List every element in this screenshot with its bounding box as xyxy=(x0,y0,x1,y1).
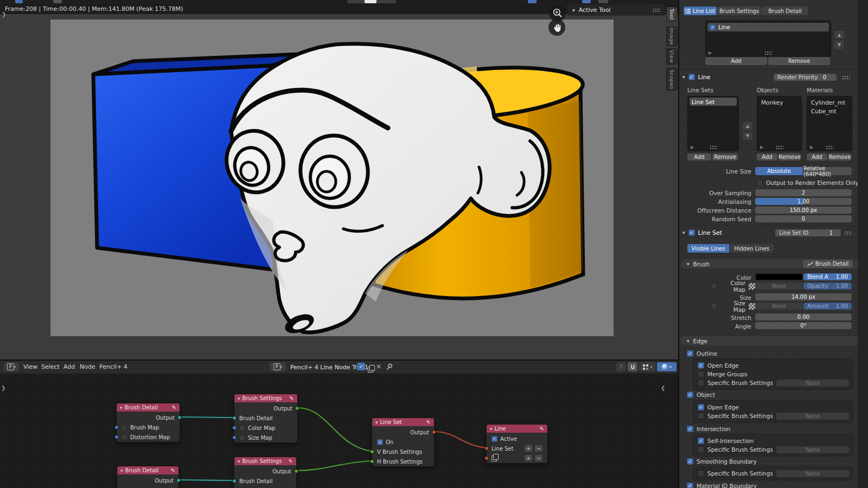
angle-field[interactable]: 0° xyxy=(755,322,852,329)
checkbox-checked[interactable]: ✓ xyxy=(687,483,693,488)
snap-node-button[interactable]: ▾ xyxy=(639,362,655,371)
region-expand-arrow[interactable]: ❯ xyxy=(1,385,5,391)
remove-socket-button[interactable]: − xyxy=(535,445,542,452)
output-socket[interactable] xyxy=(295,406,299,410)
pencil-icon[interactable]: ✎ xyxy=(426,419,431,425)
line-sets-add-button[interactable]: Add xyxy=(687,153,711,160)
materials-remove-button[interactable]: Remove xyxy=(828,153,851,160)
specific-brush-row[interactable]: Specific Brush Settings xyxy=(698,412,773,420)
add-socket-button[interactable]: + xyxy=(525,455,532,461)
filter-expand-icon[interactable]: ▶ xyxy=(691,145,694,150)
input-socket[interactable] xyxy=(232,416,237,420)
specific-brush-row[interactable]: Specific Brush Settings xyxy=(698,446,773,453)
add-socket-button[interactable]: + xyxy=(525,445,532,452)
tab-brush-settings[interactable]: Brush Settings xyxy=(717,7,761,15)
panel-grip-icon[interactable] xyxy=(844,231,852,235)
objects-add-button[interactable]: Add xyxy=(757,153,777,160)
remove-socket-button[interactable]: − xyxy=(535,455,542,461)
socket-row-distortion-map[interactable]: Distortion Map xyxy=(117,432,180,442)
output-socket[interactable] xyxy=(176,478,181,483)
checkbox[interactable] xyxy=(756,179,763,186)
sidebar-tab-scopes[interactable]: Scopes xyxy=(666,68,678,91)
list-item-label[interactable]: Monkey xyxy=(761,99,783,106)
collapse-icon[interactable]: ▾ xyxy=(238,459,240,464)
collapse-icon[interactable]: ▾ xyxy=(238,396,240,401)
checkbox[interactable] xyxy=(122,425,127,431)
move-down-button[interactable]: ▼ xyxy=(743,132,752,140)
socket-row-brush-map[interactable]: Brush Map xyxy=(117,485,178,488)
input-socket[interactable] xyxy=(232,435,237,440)
socket-row-brush-detail[interactable]: Brush Detail xyxy=(234,413,297,423)
node-header[interactable]: ▾ Line Set ✎ xyxy=(372,418,434,426)
materials-add-button[interactable]: Add xyxy=(807,153,827,160)
node-header[interactable]: ▾ Brush Settings ✎ xyxy=(234,457,296,465)
color-map-opacity-slider[interactable]: Opacity1.00 xyxy=(803,282,852,290)
merge-groups-row[interactable]: Merge Groups xyxy=(698,370,748,378)
specific-brush-none-field[interactable]: None xyxy=(776,470,849,477)
socket-row-v-brush[interactable]: V Brush Settings xyxy=(372,447,434,457)
outline-toggle-row[interactable]: ✓ Outline xyxy=(687,350,717,357)
collapse-icon[interactable]: ▾ xyxy=(490,426,493,432)
tab-line-list[interactable]: Line List xyxy=(684,7,717,15)
color-swatch[interactable] xyxy=(755,273,803,280)
node-header[interactable]: ▾ Line ✎ xyxy=(487,425,547,433)
line-list-item-selected[interactable]: ✓ Line xyxy=(707,23,829,31)
pin-icon[interactable] xyxy=(386,363,393,371)
open-edge-row[interactable]: ✓ Open Edge xyxy=(698,403,739,411)
socket-row-h-brush[interactable]: H Brush Settings xyxy=(372,457,434,466)
resize-grip-icon[interactable] xyxy=(764,51,772,55)
resize-grip-icon[interactable] xyxy=(710,145,717,149)
menu-pencil4[interactable]: Pencil+ 4 xyxy=(99,363,127,370)
checkbox[interactable] xyxy=(122,434,127,440)
move-up-button[interactable]: ▲ xyxy=(743,122,752,130)
editor-type-button[interactable]: P ▾ xyxy=(4,362,19,371)
self-intersection-row[interactable]: ✓ Self-Intersection xyxy=(698,437,754,445)
filter-expand-icon[interactable]: ▶ xyxy=(760,145,763,150)
size-map-none-field[interactable]: None xyxy=(755,303,803,310)
node-canvas[interactable]: ❯ ❮ ▾ Brush Detail ✎ Output Brush Map xyxy=(0,374,678,488)
specific-brush-none-field[interactable]: None xyxy=(776,413,849,420)
checkbox-checked[interactable]: ✓ xyxy=(710,24,716,30)
pan-tool-button[interactable] xyxy=(548,19,565,36)
line-size-relative-toggle[interactable]: Relative (640*480) xyxy=(803,167,852,175)
checkbox-checked[interactable]: ✓ xyxy=(687,426,693,432)
filter-expand-icon[interactable]: ▶ xyxy=(709,50,712,55)
render-priority-field[interactable]: Render Priority 0 xyxy=(774,74,837,81)
output-socket[interactable] xyxy=(177,415,182,420)
open-edge-row[interactable]: ✓ Open Edge xyxy=(698,362,739,369)
color-map-toggle-row[interactable]: Color Map xyxy=(711,282,755,290)
input-socket[interactable] xyxy=(232,479,237,483)
node-header[interactable]: ▾ Brush Detail ✎ xyxy=(117,403,180,412)
offscreen-distance-field[interactable]: 150.00 px xyxy=(755,207,852,214)
node-brush-settings-1[interactable]: ▾ Brush Settings ✎ Output Brush Detail C… xyxy=(234,394,298,443)
filter-expand-icon[interactable]: ▶ xyxy=(810,145,813,150)
socket-row-brush-detail[interactable]: Brush Detail xyxy=(234,476,296,486)
move-up-button[interactable]: ▲ xyxy=(834,31,844,39)
line-remove-button[interactable]: Remove xyxy=(768,57,830,65)
checkbox[interactable] xyxy=(711,303,717,310)
active-tool-panel-header[interactable]: ▾ Active Tool xyxy=(567,4,665,16)
brush-detail-button[interactable]: Brush Detail xyxy=(803,260,853,268)
antialiasing-slider[interactable]: 1.00 xyxy=(755,198,852,205)
socket-row-brush-map[interactable]: Brush Map xyxy=(117,422,180,432)
list-item-label[interactable]: Cube_mt xyxy=(811,108,837,114)
region-expand-arrow[interactable]: ❯ xyxy=(2,11,6,17)
stretch-field[interactable]: 0.00 xyxy=(755,313,852,320)
materials-list-box[interactable]: Cylinder_mt Cube_mt ▶ xyxy=(807,96,852,151)
fake-user-shield-icon[interactable]: ✓ xyxy=(357,363,365,370)
menu-add[interactable]: Add xyxy=(63,363,75,370)
node-brush-detail-1[interactable]: ▾ Brush Detail ✎ Output Brush Map Distor… xyxy=(116,403,180,442)
specific-brush-none-field[interactable]: None xyxy=(776,446,849,453)
checkbox-checked[interactable]: ✓ xyxy=(698,404,704,410)
move-down-button[interactable]: ▼ xyxy=(834,41,844,49)
panel-grip-icon[interactable] xyxy=(653,8,660,12)
node-line-set[interactable]: ▾ Line Set ✎ Output ✓ On V Brush Setting… xyxy=(372,418,435,467)
unlink-icon[interactable]: × xyxy=(376,363,381,370)
input-socket[interactable] xyxy=(484,456,489,460)
material-id-boundary-toggle-row[interactable]: ✓ Material ID Boundary xyxy=(687,482,757,488)
socket-row-color-map[interactable]: Color Map xyxy=(234,486,296,488)
node-line[interactable]: ▾ Line ✎ ✓ Active Line Set + − + − xyxy=(486,424,548,464)
on-checkbox-row[interactable]: ✓ On xyxy=(372,437,434,447)
size-map-toggle-row[interactable]: Size Map xyxy=(711,303,755,310)
node-brush-settings-2[interactable]: ▾ Brush Settings ✎ Output Brush Detail C… xyxy=(234,457,297,488)
